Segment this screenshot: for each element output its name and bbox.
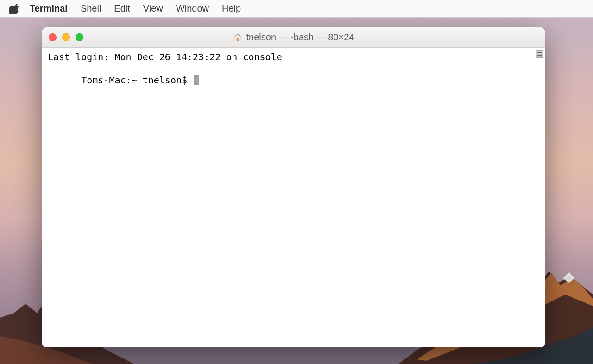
scroll-position-indicator[interactable] (536, 50, 543, 58)
home-folder-icon (233, 33, 242, 42)
terminal-cursor (194, 75, 199, 85)
minimize-button[interactable] (62, 33, 70, 41)
close-button[interactable] (49, 33, 57, 41)
titlebar[interactable]: tnelson — -bash — 80×24 (42, 27, 545, 48)
scrollbar[interactable] (535, 48, 545, 347)
apple-menu-icon[interactable] (9, 4, 19, 14)
terminal-prompt-line: Toms-Mac:~ tnelson$ (48, 63, 540, 98)
window-title-text: tnelson — -bash — 80×24 (246, 32, 354, 43)
terminal-window: tnelson — -bash — 80×24 Last login: Mon … (42, 27, 545, 347)
menu-shell[interactable]: Shell (81, 3, 101, 14)
menubar: Terminal Shell Edit View Window Help (0, 0, 593, 18)
terminal-last-login: Last login: Mon Dec 26 14:23:22 on conso… (48, 51, 540, 63)
menu-window[interactable]: Window (176, 3, 209, 14)
svg-rect-0 (237, 38, 238, 41)
terminal-prompt: Toms-Mac:~ tnelson$ (81, 75, 193, 86)
zoom-button[interactable] (76, 33, 83, 41)
menu-help[interactable]: Help (222, 3, 241, 14)
menu-view[interactable]: View (143, 3, 163, 14)
window-title: tnelson — -bash — 80×24 (42, 32, 545, 43)
menu-app-name[interactable]: Terminal (30, 3, 68, 14)
terminal-viewport[interactable]: Last login: Mon Dec 26 14:23:22 on conso… (42, 48, 545, 347)
traffic-lights (49, 33, 83, 41)
menu-edit[interactable]: Edit (114, 3, 130, 14)
